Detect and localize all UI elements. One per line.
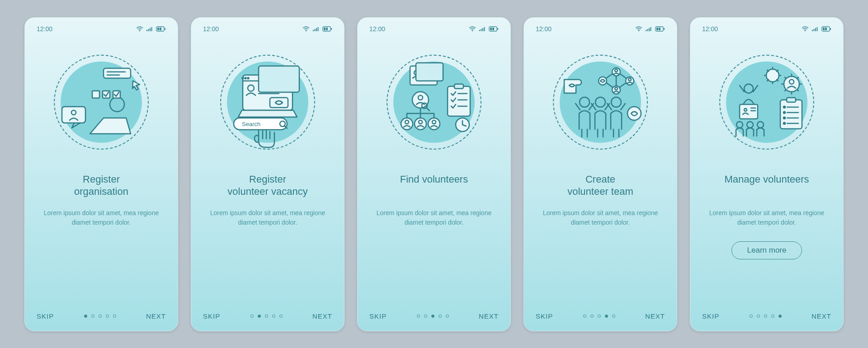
skip-button[interactable]: SKIP (536, 312, 553, 320)
page-dots (84, 315, 116, 318)
dot-3[interactable] (764, 315, 767, 318)
svg-rect-90 (664, 28, 665, 30)
status-time: 12:00 (369, 25, 385, 33)
dot-3[interactable] (598, 315, 601, 318)
svg-line-140 (797, 77, 798, 79)
svg-rect-52 (497, 28, 498, 30)
status-time: 12:00 (702, 25, 718, 33)
dot-3[interactable] (265, 315, 268, 318)
illustration-find-volunteers (369, 46, 499, 159)
svg-point-30 (248, 77, 249, 79)
status-bar: 12:00 (536, 24, 665, 34)
status-time: 12:00 (37, 25, 52, 33)
dot-2[interactable] (258, 315, 261, 318)
dot-1[interactable] (750, 315, 753, 318)
wifi-icon (802, 26, 809, 32)
dot-4[interactable] (771, 315, 774, 318)
dot-5[interactable] (113, 315, 116, 318)
screen-footer: SKIP NEXT (536, 312, 665, 320)
svg-point-103 (580, 97, 590, 107)
svg-rect-3 (150, 28, 151, 31)
next-button[interactable]: NEXT (811, 312, 831, 320)
svg-point-109 (611, 97, 621, 107)
svg-rect-36 (270, 98, 288, 108)
svg-rect-85 (649, 28, 650, 31)
svg-rect-20 (315, 29, 316, 31)
dot-2[interactable] (424, 315, 427, 318)
page-dots (583, 315, 615, 318)
svg-rect-116 (815, 28, 816, 31)
svg-line-139 (785, 89, 786, 91)
svg-rect-86 (651, 27, 651, 31)
svg-rect-8 (165, 28, 165, 30)
learn-more-button[interactable]: Learn more (731, 241, 802, 259)
svg-point-93 (599, 77, 607, 85)
onboarding-screen-3: 12:00 (357, 17, 511, 331)
dot-4[interactable] (439, 315, 442, 318)
status-bar: 12:00 (369, 24, 499, 34)
svg-rect-114 (812, 30, 813, 31)
svg-line-138 (797, 89, 798, 91)
svg-rect-6 (157, 28, 159, 30)
svg-rect-74 (448, 86, 470, 116)
screen-title: Manage volunteers (702, 173, 831, 198)
dot-5[interactable] (446, 315, 449, 318)
svg-point-141 (744, 84, 753, 93)
next-button[interactable]: NEXT (645, 312, 665, 320)
svg-point-157 (783, 122, 785, 124)
svg-point-0 (139, 30, 140, 31)
dot-3[interactable] (99, 315, 102, 318)
svg-rect-83 (646, 30, 646, 31)
dot-1[interactable] (84, 315, 87, 318)
screen-title: Register volunteer vacancy (203, 173, 332, 198)
svg-point-29 (245, 77, 246, 79)
skip-button[interactable]: SKIP (37, 312, 54, 320)
dot-3[interactable] (431, 315, 434, 318)
skip-button[interactable]: SKIP (702, 312, 719, 320)
skip-button[interactable]: SKIP (203, 312, 220, 320)
dot-5[interactable] (279, 315, 283, 318)
screen-title: Register organisation (37, 173, 166, 198)
screen-body: Lorem ipsum dolor sit amet, mea regione … (702, 208, 831, 228)
svg-point-146 (736, 122, 743, 128)
dot-4[interactable] (106, 315, 109, 318)
svg-point-112 (627, 107, 641, 120)
next-button[interactable]: NEXT (146, 312, 166, 320)
status-icons (635, 26, 665, 32)
svg-rect-117 (817, 27, 818, 31)
svg-rect-26 (331, 28, 332, 30)
dot-4[interactable] (605, 315, 608, 318)
dot-2[interactable] (757, 315, 760, 318)
dot-1[interactable] (250, 315, 254, 318)
screen-footer: SKIP NEXT (37, 312, 166, 320)
battery-icon (821, 26, 831, 32)
svg-line-100 (620, 83, 626, 87)
svg-point-113 (805, 30, 806, 31)
page-dots (250, 315, 283, 318)
svg-rect-88 (656, 28, 658, 30)
illustration-manage-volunteers (702, 46, 831, 159)
dot-2[interactable] (91, 315, 94, 318)
svg-rect-119 (823, 28, 825, 30)
dot-4[interactable] (272, 315, 275, 318)
svg-point-28 (242, 77, 244, 79)
dot-5[interactable] (612, 315, 615, 318)
svg-rect-2 (148, 29, 149, 31)
svg-rect-48 (484, 27, 485, 31)
dot-1[interactable] (583, 315, 586, 318)
svg-line-62 (426, 108, 429, 111)
svg-rect-120 (825, 28, 827, 30)
dot-2[interactable] (590, 315, 594, 318)
dot-5[interactable] (778, 315, 782, 318)
next-button[interactable]: NEXT (312, 312, 332, 320)
svg-point-9 (110, 97, 124, 112)
svg-line-101 (606, 74, 613, 78)
skip-button[interactable]: SKIP (369, 312, 387, 320)
illustration-register-organisation (37, 46, 166, 159)
next-button[interactable]: NEXT (479, 312, 499, 320)
svg-point-151 (783, 106, 785, 108)
dot-1[interactable] (417, 315, 420, 318)
svg-rect-24 (324, 28, 326, 30)
status-bar: 12:00 (203, 24, 332, 34)
svg-point-44 (472, 30, 473, 31)
